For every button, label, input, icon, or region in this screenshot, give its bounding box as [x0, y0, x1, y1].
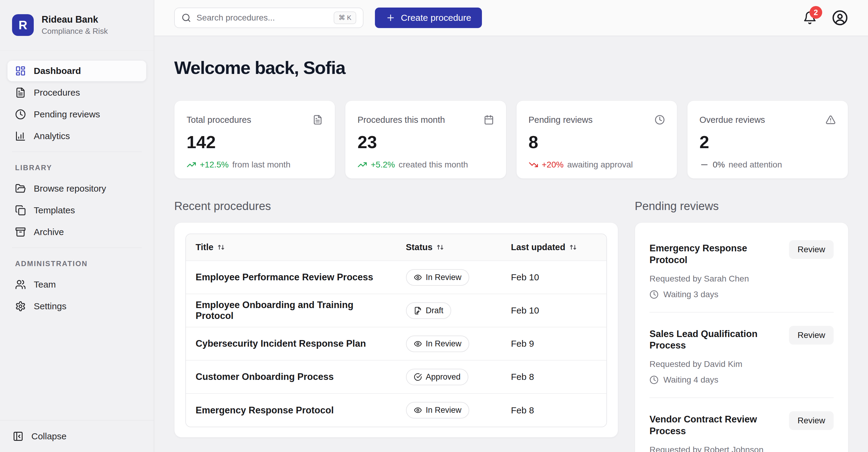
sidebar-item-label: Analytics	[34, 131, 70, 141]
last-updated: Feb 10	[501, 294, 607, 327]
stat-icon	[484, 115, 494, 125]
table-row[interactable]: Cybersecurity Incident Response Plan In …	[186, 327, 607, 360]
review-button[interactable]: Review	[789, 411, 834, 430]
sidebar-item-procedures[interactable]: Procedures	[7, 82, 147, 103]
nav-icon	[15, 205, 26, 216]
review-requested-by: Requested by David Kim	[650, 359, 834, 369]
stat-value: 8	[529, 133, 665, 151]
sort-icon	[436, 243, 444, 251]
sidebar-item-label: Settings	[34, 301, 66, 311]
status-badge: Draft	[406, 302, 452, 319]
stat-card-pending-reviews: Pending reviews 8 +20% awaiting approval	[516, 101, 677, 179]
sidebar-item-label: Pending reviews	[34, 109, 100, 119]
search-input[interactable]	[196, 13, 329, 23]
stat-note: need attention	[728, 160, 782, 170]
status-icon	[414, 273, 422, 282]
search-box[interactable]: ⌘ K	[174, 7, 364, 28]
sidebar-item-analytics[interactable]: Analytics	[7, 125, 147, 147]
review-item-title: Emergency Response Protocol	[650, 240, 783, 266]
stat-delta: 0%	[713, 160, 725, 170]
table-row[interactable]: Employee Performance Review Process In R…	[186, 261, 607, 294]
pending-reviews-card: Emergency Response Protocol Review Reque…	[635, 222, 848, 452]
sidebar: R Rideau Bank Compliance & Risk Dashboar…	[0, 0, 154, 452]
sidebar-item-team[interactable]: Team	[7, 274, 147, 295]
stat-note: awaiting approval	[567, 160, 633, 170]
review-item-title: Sales Lead Qualification Process	[650, 326, 783, 352]
recent-procedures-title: Recent procedures	[174, 200, 618, 213]
stat-value: 2	[700, 133, 836, 151]
review-item-title: Vendor Contract Review Process	[650, 411, 783, 437]
app-root: R Rideau Bank Compliance & Risk Dashboar…	[0, 0, 868, 452]
header-actions: 2	[803, 10, 848, 26]
clock-icon	[650, 290, 658, 299]
last-updated: Feb 9	[501, 327, 607, 360]
procedure-title: Customer Onboarding Process	[186, 360, 396, 393]
status-badge: Approved	[406, 369, 469, 385]
user-circle-icon	[832, 10, 848, 26]
sidebar-item-dashboard[interactable]: Dashboard	[7, 60, 147, 82]
sort-updated-header[interactable]: Last updated	[511, 242, 597, 252]
search-icon	[181, 13, 191, 23]
top-header: ⌘ K Create procedure 2	[154, 0, 868, 36]
stat-cards-row: Total procedures 142 +12.5% from last mo…	[174, 101, 848, 179]
stat-delta: +12.5%	[200, 160, 229, 170]
review-waiting: Waiting 3 days	[650, 290, 834, 299]
stat-delta: +20%	[542, 160, 564, 170]
review-button[interactable]: Review	[789, 326, 834, 345]
collapse-label: Collapse	[31, 431, 67, 442]
sidebar-item-archive[interactable]: Archive	[7, 222, 147, 243]
sort-icon	[569, 243, 577, 251]
review-item-emergency-response-protocol: Emergency Response Protocol Review Reque…	[650, 227, 834, 313]
recent-procedures-card: Title Status Last updated	[174, 222, 618, 437]
sort-title-header[interactable]: Title	[195, 242, 387, 252]
sidebar-item-browse-repository[interactable]: Browse repository	[7, 178, 147, 199]
nav-icon	[15, 87, 26, 98]
stat-delta: +5.2%	[371, 160, 395, 170]
sidebar-nav: Dashboard Procedures Pending reviews Ana…	[0, 51, 154, 420]
table-row[interactable]: Customer Onboarding Process Approved	[186, 360, 607, 393]
stat-label: Total procedures	[187, 115, 251, 125]
recent-procedures-section: Recent procedures Title	[174, 200, 618, 452]
sidebar-item-label: Templates	[34, 205, 75, 216]
user-avatar[interactable]	[832, 10, 848, 26]
sort-status-header[interactable]: Status	[406, 242, 492, 252]
sidebar-item-label: Dashboard	[34, 66, 81, 76]
create-procedure-button[interactable]: Create procedure	[375, 7, 482, 28]
nav-icon	[15, 301, 26, 312]
trend-icon	[700, 160, 709, 170]
procedure-title: Emergency Response Protocol	[186, 393, 396, 427]
trend-icon	[529, 160, 538, 170]
clock-icon	[650, 375, 658, 385]
panel-left-close-icon	[13, 431, 24, 442]
brand-name: Rideau Bank	[41, 14, 108, 25]
stat-card-total-procedures: Total procedures 142 +12.5% from last mo…	[174, 101, 335, 179]
create-procedure-label: Create procedure	[401, 13, 471, 23]
page-title: Welcome back, Sofia	[174, 57, 848, 78]
last-updated: Feb 10	[501, 261, 607, 294]
review-button[interactable]: Review	[789, 240, 834, 259]
sidebar-item-label: Team	[34, 279, 56, 290]
review-requested-by: Requested by Robert Johnson	[650, 445, 834, 452]
sidebar-item-settings[interactable]: Settings	[7, 296, 147, 317]
procedure-title: Employee Onboarding and Training Protoco…	[186, 294, 396, 327]
nav-main-group: Dashboard Procedures Pending reviews Ana…	[7, 60, 147, 147]
review-item-sales-lead-qualification: Sales Lead Qualification Process Review …	[650, 313, 834, 398]
brand: R Rideau Bank Compliance & Risk	[0, 0, 154, 51]
notifications-button[interactable]: 2	[803, 11, 817, 25]
sidebar-item-pending-reviews[interactable]: Pending reviews	[7, 104, 147, 125]
sidebar-item-label: Procedures	[34, 87, 80, 98]
collapse-button[interactable]: Collapse	[0, 420, 154, 452]
stat-note: from last month	[232, 160, 290, 170]
stat-note: created this month	[398, 160, 468, 170]
content-columns: Recent procedures Title	[174, 200, 848, 452]
table-row[interactable]: Employee Onboarding and Training Protoco…	[186, 294, 607, 327]
nav-icon	[15, 279, 26, 290]
stat-icon	[313, 115, 323, 125]
nav-icon	[15, 183, 26, 194]
sidebar-item-templates[interactable]: Templates	[7, 200, 147, 221]
stat-label: Procedures this month	[358, 115, 445, 125]
table-row[interactable]: Emergency Response Protocol In Review	[186, 393, 607, 427]
nav-icon	[15, 65, 26, 76]
review-item-vendor-contract-review: Vendor Contract Review Process Review Re…	[650, 398, 834, 452]
procedure-title: Employee Performance Review Process	[186, 261, 396, 294]
